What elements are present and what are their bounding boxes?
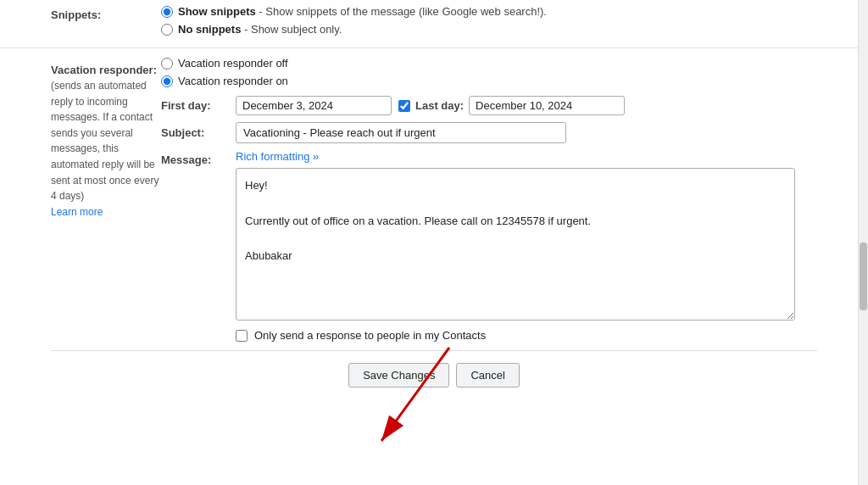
vacation-on-radio[interactable]	[161, 75, 173, 87]
vacation-on-option[interactable]: Vacation responder on	[161, 75, 851, 87]
only-contacts-checkbox[interactable]	[236, 330, 248, 342]
show-snippets-option[interactable]: Show snippets - Show snippets of the mes…	[161, 5, 547, 18]
message-textarea[interactable]: Hey! Currently out of office on a vacati…	[236, 168, 795, 321]
no-snippets-option[interactable]: No snippets - Show subject only.	[161, 23, 547, 36]
section-divider	[51, 350, 817, 351]
save-button[interactable]: Save Changes	[348, 363, 449, 387]
message-content: Rich formatting » Hey! Currently out of …	[236, 150, 795, 321]
last-day-label: Last day:	[415, 99, 464, 112]
vacation-label-column: Vacation responder: (sends an automated …	[51, 57, 161, 342]
red-arrow-annotation	[314, 331, 483, 466]
last-day-input[interactable]	[469, 96, 625, 115]
vacation-section: Vacation responder: (sends an automated …	[0, 48, 868, 342]
subject-input[interactable]	[236, 122, 566, 143]
no-snippets-radio[interactable]	[161, 24, 173, 36]
snippets-section: Snippets: Show snippets - Show snippets …	[0, 0, 868, 48]
vacation-off-radio[interactable]	[161, 58, 173, 70]
scrollbar[interactable]	[858, 0, 868, 485]
vacation-off-option[interactable]: Vacation responder off	[161, 57, 851, 70]
snippets-options: Show snippets - Show snippets of the mes…	[161, 5, 547, 36]
rich-formatting-link[interactable]: Rich formatting »	[236, 150, 795, 163]
scrollbar-thumb[interactable]	[860, 242, 867, 310]
vacation-toggle-group: Vacation responder off Vacation responde…	[161, 57, 851, 87]
snippets-label: Snippets:	[51, 5, 161, 36]
message-row: Message: Rich formatting » Hey! Currentl…	[161, 150, 851, 321]
show-snippets-radio[interactable]	[161, 6, 173, 18]
subject-label: Subject:	[161, 126, 229, 139]
vacation-content: Vacation responder off Vacation responde…	[161, 57, 851, 342]
cancel-button[interactable]: Cancel	[456, 363, 519, 387]
only-contacts-label: Only send a response to people in my Con…	[254, 329, 486, 342]
only-contacts-row: Only send a response to people in my Con…	[236, 329, 851, 342]
last-day-group: Last day:	[398, 96, 625, 115]
message-label: Message:	[161, 150, 229, 321]
first-day-input[interactable]	[236, 96, 392, 115]
learn-more-link[interactable]: Learn more	[51, 206, 103, 218]
vacation-description: (sends an automated reply to incoming me…	[51, 78, 161, 220]
date-row: First day: Last day:	[161, 96, 851, 115]
first-day-label: First day:	[161, 99, 229, 112]
action-buttons: Save Changes Cancel	[0, 363, 868, 396]
last-day-checkbox[interactable]	[398, 100, 410, 112]
vacation-section-label: Vacation responder:	[51, 57, 161, 76]
subject-row: Subject:	[161, 122, 851, 143]
